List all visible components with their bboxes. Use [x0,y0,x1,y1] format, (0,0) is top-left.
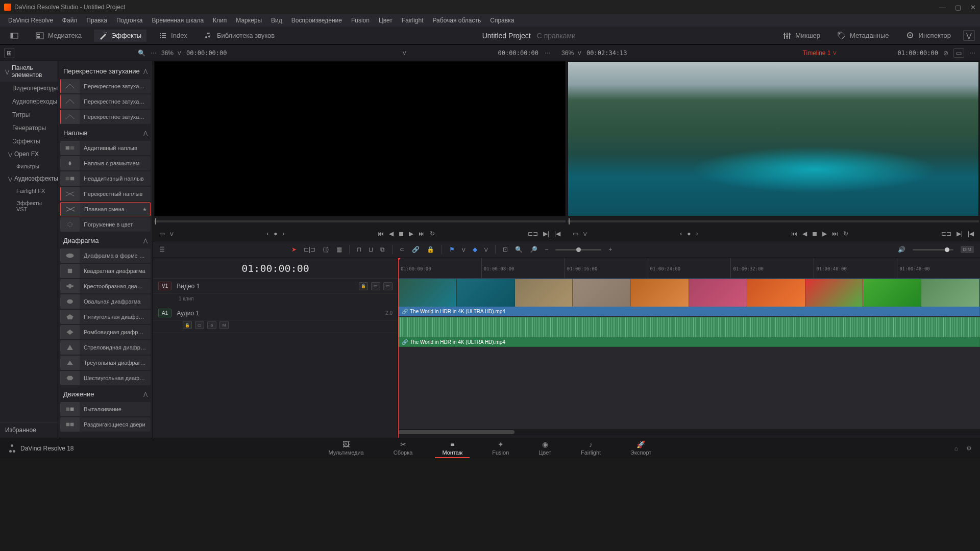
match-frame-icon[interactable]: ▭ [573,230,578,237]
goto-start-icon[interactable]: ⏮ [791,230,797,237]
deliver-page-tab[interactable]: 🚀Экспорт [623,439,658,458]
panel-header[interactable]: ⋁Панель элементов [0,61,58,82]
zoom-custom-icon[interactable]: 🔎 [530,246,537,253]
index-tab[interactable]: Index [154,30,192,42]
inspector-tab[interactable]: Инспектор [901,30,956,42]
layout-toggle[interactable]: ⊞ [4,48,14,58]
blade-tool-icon[interactable]: ▦ [336,246,342,253]
mixer-tab[interactable]: Микшер [778,30,825,42]
trim-tool-icon[interactable]: ⊏|⊐ [304,246,315,253]
filters[interactable]: Фильтры [0,160,58,172]
titles[interactable]: Титры [0,108,58,121]
fx-iris-hexagon[interactable]: Шестиугольная диаф… [60,371,151,385]
fx-iris-triangle[interactable]: Треугольная диафраг… [60,356,151,370]
goto-start-icon[interactable]: ⏮ [378,230,384,237]
snapping-icon[interactable]: ⊂ [400,246,405,253]
overwrite-icon[interactable]: ⊔ [369,246,373,253]
video-transitions[interactable]: Видеопереходы [0,82,58,95]
media-page-tab[interactable]: 🖼Мультимедиа [322,439,371,458]
program-monitor[interactable] [568,61,979,216]
timeline-tc[interactable]: 01:00:00:00 [898,49,938,57]
audio-transitions[interactable]: Аудиопереходы [0,95,58,108]
tl-options[interactable]: ⋯ [969,49,976,57]
menu-edit[interactable]: Правка [82,16,111,25]
goto-end-icon[interactable]: ⏭ [832,230,838,237]
timecode-display[interactable]: 01:00:00:00 [153,258,398,279]
timeline-view-icon[interactable]: ☰ [159,246,165,253]
menu-fairlight[interactable]: Fairlight [398,16,428,25]
zoom-dropdown[interactable]: ⋁ [178,51,181,55]
step-back-icon[interactable]: ◀ [802,230,807,237]
zoom-out-icon[interactable]: − [545,246,548,253]
fx-iris-oval[interactable]: Овальная диафрагма [60,294,151,309]
auto-select-icon[interactable]: ▭ [195,321,204,329]
bypass-button[interactable]: ⊘ [943,49,948,57]
fx-iris-pentagon[interactable]: Пятиугольная диафра… [60,310,151,324]
options-button[interactable]: ⋯ [151,49,157,57]
menu-workspace[interactable]: Рабочая область [429,16,485,25]
audio-clip[interactable]: 🔗The World in HDR in 4K (ULTRA HD).mp4 [398,317,980,347]
match-frame-icon[interactable]: ▭ [159,230,165,237]
favorite-star-icon[interactable]: ★ [142,207,150,212]
auto-select-icon[interactable]: ▭ [371,282,380,290]
in-out-icon[interactable]: ⊏⊐ [528,230,538,237]
minimize-button[interactable]: — [939,4,946,11]
fx-iris-cross[interactable]: Крестообразная диаф… [60,279,151,293]
mute-icon[interactable]: M [219,321,229,329]
stop-icon[interactable]: ◼ [812,230,817,237]
audio-track-header[interactable]: A1 Аудио 1 2.0 [153,306,398,321]
next-edit-icon[interactable]: › [696,230,698,237]
fx-additive-dissolve[interactable]: Аддитивный наплыв [60,141,151,155]
replace-icon[interactable]: ⧉ [380,246,385,253]
menu-view[interactable]: Вид [267,16,286,25]
fairlightfx[interactable]: Fairlight FX [0,185,58,197]
fx-smooth-cut[interactable]: Плавная смена★ [60,202,151,216]
close-button[interactable]: ✕ [970,4,976,11]
color-page-tab[interactable]: ◉Цвет [531,439,558,458]
zoom-full-icon[interactable]: ⊡ [503,246,508,253]
effects-tab[interactable]: Эффекты [94,30,146,42]
v1-badge[interactable]: V1 [158,282,172,290]
in-out-icon[interactable]: ⊏⊐ [941,230,951,237]
generators[interactable]: Генераторы [0,121,58,135]
play-icon[interactable]: ▶ [822,230,827,237]
audiofx-group[interactable]: ⋁Аудиоэффекты [0,172,58,185]
fusion-page-tab[interactable]: ✦Fusion [485,439,516,458]
search-icon[interactable]: 🔍 [138,49,145,57]
volume-slider[interactable] [913,249,953,251]
selection-tool-icon[interactable]: ➤ [291,246,297,253]
expand-right-button[interactable]: ⋁ [963,30,975,41]
zoom-slider[interactable] [555,249,601,251]
fx-item[interactable]: Перекрестное затуха… [60,110,151,124]
fx-cross-dissolve[interactable]: Перекрестный наплыв [60,187,151,201]
maximize-button[interactable]: ▢ [955,4,961,11]
source-options[interactable]: ⋯ [545,49,551,57]
program-scrubber[interactable] [568,218,979,224]
loop-icon[interactable]: ↻ [843,230,848,237]
fx-iris-diamond[interactable]: Ромбовидная диафра… [60,325,151,339]
prev-edit-icon[interactable]: ‹ [680,230,682,237]
video-track-header[interactable]: V1 Видео 1 🔒 ▭ ▭ [153,279,398,294]
single-viewer-button[interactable]: ▭ [953,48,964,58]
cut-page-tab[interactable]: ✂Сборка [386,439,420,458]
menu-timeline[interactable]: Временная шкала [148,16,208,25]
goto-out-icon[interactable]: |◀ [968,230,974,237]
lock-track-icon[interactable]: 🔒 [359,282,368,290]
prev-edit-icon[interactable]: ‹ [266,230,268,237]
volume-icon[interactable]: 🔊 [898,246,905,253]
step-back-icon[interactable]: ◀ [389,230,394,237]
play-icon[interactable]: ▶ [409,230,413,237]
lock-icon[interactable]: 🔒 [427,246,434,253]
menu-fusion[interactable]: Fusion [347,16,374,25]
timeline-scrollbar[interactable] [398,429,980,435]
dynamic-trim-icon[interactable]: ⟨|⟩ [323,246,329,253]
source-scrubber[interactable] [154,218,566,224]
fx-item[interactable]: Перекрестное затуха… [60,79,151,93]
fx-push[interactable]: Выталкивание [60,402,151,416]
vst-effects[interactable]: Эффекты VST [0,197,58,215]
fx-iris-arrow[interactable]: Стреловидная диафра… [60,340,151,355]
sounds-tab[interactable]: Библиотека звуков [200,30,280,42]
next-edit-icon[interactable]: › [282,230,284,237]
expand-left-button[interactable] [5,30,23,42]
menu-markers[interactable]: Маркеры [232,16,266,25]
